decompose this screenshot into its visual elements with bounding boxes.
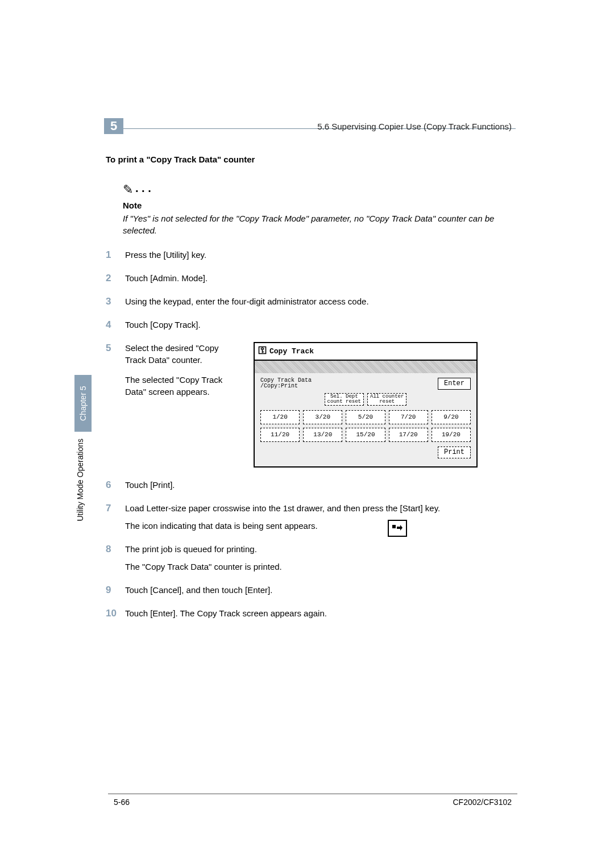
step-5: Select the desired "Copy Track Data" cou… xyxy=(106,342,509,468)
header-section: 5.6 Supervising Copier Use (Copy Track F… xyxy=(317,122,512,131)
note-dots: . . . xyxy=(135,182,151,194)
step-text: Touch [Cancel], and then touch [Enter]. xyxy=(125,585,272,595)
counter-cell[interactable]: 1/20 xyxy=(260,410,300,424)
enter-button[interactable]: Enter xyxy=(438,378,471,390)
counter-cell[interactable]: 17/20 xyxy=(389,428,428,442)
step-1: Press the [Utility] key. xyxy=(106,249,509,261)
counter-cell[interactable]: 7/20 xyxy=(389,410,428,424)
counter-cell[interactable]: 11/20 xyxy=(260,428,300,442)
footer-page: 5-66 xyxy=(114,798,130,807)
step-sub: The "Copy Track Data" counter is printed… xyxy=(125,561,509,573)
svg-rect-0 xyxy=(392,525,396,528)
step-8: The print job is queued for printing. Th… xyxy=(106,543,509,573)
counter-cell[interactable]: 19/20 xyxy=(432,428,471,442)
counter-cell[interactable]: 13/20 xyxy=(303,428,342,442)
step-text: Touch [Copy Track]. xyxy=(125,320,201,329)
step-text: The print job is queued for printing. xyxy=(125,543,509,555)
step-3: Using the keypad, enter the four-digit a… xyxy=(106,295,509,307)
note-icon: ✎ xyxy=(123,182,133,197)
copy-track-screen: ⚿ Copy Track Copy Track Data /Copy:Print… xyxy=(254,342,478,468)
step-text: Using the keypad, enter the four-digit a… xyxy=(125,297,369,306)
screen-title: Copy Track xyxy=(269,347,314,357)
screen-graybar xyxy=(255,361,476,373)
counter-cell[interactable]: 5/20 xyxy=(346,410,385,424)
footer-rule xyxy=(108,794,517,794)
step-text: Touch [Admin. Mode]. xyxy=(125,273,208,283)
chapter-tab: Chapter 5 xyxy=(74,375,92,432)
sel-dept-button[interactable]: Sel. Dept count reset xyxy=(325,393,364,406)
note-label: Note xyxy=(123,199,509,211)
counter-cell[interactable]: 15/20 xyxy=(346,428,385,442)
step-7: Load Letter-size paper crosswise into th… xyxy=(106,502,509,532)
send-glyph-icon xyxy=(392,524,403,533)
step-text: Touch [Enter]. The Copy Track screen app… xyxy=(125,608,327,618)
page-title: To print a "Copy Track Data" counter xyxy=(106,153,509,165)
step-text: Touch [Print]. xyxy=(125,480,175,490)
data-send-icon xyxy=(388,520,407,537)
sidebar-label: Utility Mode Operations xyxy=(76,439,85,521)
step-6: Touch [Print]. xyxy=(106,479,509,491)
note-body: If "Yes" is not selected for the "Copy T… xyxy=(123,212,509,236)
key-icon: ⚿ xyxy=(258,345,267,357)
step-sub: The selected "Copy Track Data" screen ap… xyxy=(125,374,233,398)
note-block: ✎. . . Note If "Yes" is not selected for… xyxy=(123,180,509,236)
step-10: Touch [Enter]. The Copy Track screen app… xyxy=(106,607,509,619)
step-text: Load Letter-size paper crosswise into th… xyxy=(125,502,509,514)
step-9: Touch [Cancel], and then touch [Enter]. xyxy=(106,584,509,596)
step-text: Press the [Utility] key. xyxy=(125,250,206,260)
print-button[interactable]: Print xyxy=(438,446,471,458)
step-text: Select the desired "Copy Track Data" cou… xyxy=(125,342,233,366)
step-2: Touch [Admin. Mode]. xyxy=(106,272,509,284)
all-counter-button[interactable]: All counter reset xyxy=(367,393,406,406)
footer-model: CF2002/CF3102 xyxy=(453,798,512,807)
counter-cell[interactable]: 9/20 xyxy=(432,410,471,424)
chapter-badge: 5 xyxy=(104,118,123,134)
step-sub: The icon indicating that data is being s… xyxy=(125,521,318,531)
step-4: Touch [Copy Track]. xyxy=(106,319,509,331)
screen-subtitle: Copy Track Data /Copy:Print xyxy=(260,378,312,389)
counter-cell[interactable]: 3/20 xyxy=(303,410,342,424)
